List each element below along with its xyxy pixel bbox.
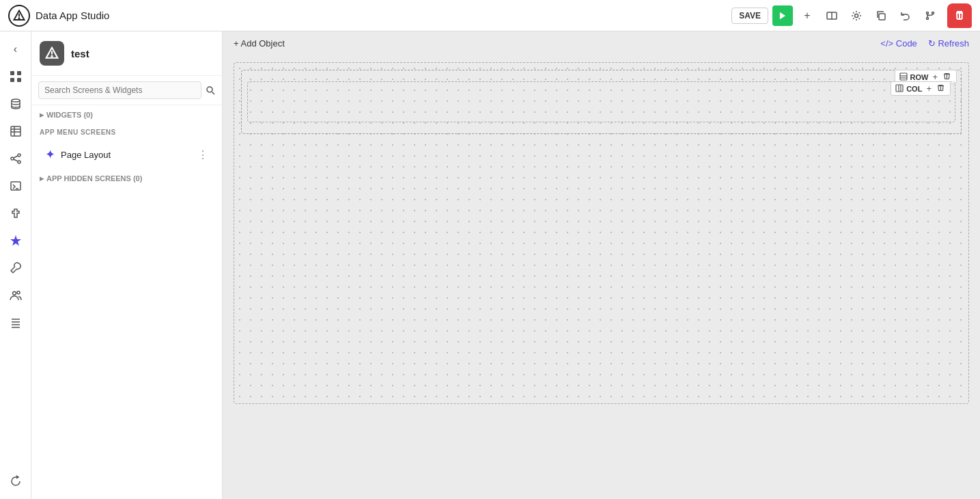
code-button[interactable]: </> Code (880, 38, 917, 49)
row-label: ROW (910, 73, 929, 81)
canvas-toolbar: + Add Object </> Code ↻ Refresh (223, 31, 980, 55)
app-title: Data App Studio (36, 10, 726, 21)
split-button[interactable] (822, 5, 842, 26)
list-sidebar-icon[interactable] (3, 310, 28, 335)
svg-point-39 (51, 56, 52, 57)
canvas-bg: ROW + (234, 62, 969, 404)
col-add-button[interactable]: + (925, 83, 933, 94)
svg-line-45 (944, 75, 945, 79)
refresh-sidebar-icon[interactable] (3, 469, 28, 494)
wrench-sidebar-icon[interactable] (3, 256, 28, 280)
more-options-icon[interactable]: ⋮ (197, 148, 208, 161)
svg-point-6 (855, 14, 858, 17)
app-icon (40, 41, 64, 66)
page-layout-item[interactable]: ✦ Page Layout ⋮ (36, 141, 218, 167)
svg-point-32 (17, 291, 20, 294)
topbar-actions: SAVE + (731, 3, 972, 28)
left-panel: test ▶ WIDGETS (0) APP MENU SCREENS ✦ Pa… (31, 31, 223, 499)
refresh-canvas-button[interactable]: ↻ Refresh (928, 38, 969, 49)
svg-point-8 (927, 12, 929, 14)
svg-line-41 (212, 92, 215, 95)
col-delete-button[interactable] (936, 83, 946, 94)
widgets-chevron-icon: ▶ (40, 112, 44, 118)
svg-rect-49 (896, 85, 903, 92)
svg-line-53 (943, 86, 944, 91)
hidden-screens-chevron-icon: ▶ (40, 176, 44, 182)
row-container: ROW + (241, 70, 962, 134)
settings-button[interactable] (846, 5, 867, 26)
svg-point-26 (18, 161, 20, 163)
col-container: COL + (247, 81, 955, 122)
svg-line-12 (957, 13, 957, 19)
database-sidebar-icon[interactable] (3, 92, 28, 116)
page-layout-icon: ✦ (45, 147, 55, 162)
svg-line-28 (14, 159, 18, 161)
canvas-scroll[interactable]: ROW + (223, 55, 980, 499)
svg-point-10 (932, 12, 934, 14)
share-sidebar-icon[interactable] (3, 146, 28, 171)
play-button[interactable] (772, 5, 793, 26)
col-label: COL (906, 85, 922, 93)
table-sidebar-icon[interactable] (3, 119, 28, 144)
row-add-button[interactable]: + (931, 72, 939, 82)
col-label-bar: COL + (891, 81, 951, 96)
search-row (31, 76, 222, 105)
app-header: test (31, 31, 222, 76)
svg-point-25 (11, 157, 14, 160)
star-sidebar-icon[interactable] (3, 228, 28, 253)
add-button[interactable]: + (797, 5, 817, 26)
svg-rect-15 (10, 71, 14, 75)
widgets-section[interactable]: ▶ WIDGETS (0) (31, 105, 222, 124)
svg-point-31 (12, 292, 16, 295)
users-sidebar-icon[interactable] (3, 283, 28, 308)
svg-line-46 (949, 75, 950, 79)
main-layout: ‹ (0, 31, 980, 499)
page-layout-label: Page Layout (61, 150, 192, 160)
svg-line-52 (938, 86, 939, 91)
icon-sidebar: ‹ (0, 31, 31, 499)
svg-point-40 (207, 87, 212, 92)
terminal-sidebar-icon[interactable] (3, 174, 28, 198)
svg-line-27 (14, 156, 18, 158)
save-button[interactable]: SAVE (731, 8, 768, 24)
app-name-label: test (71, 48, 89, 59)
hidden-screens-section[interactable]: ▶ APP HIDDEN SCREENS (0) (31, 169, 222, 188)
branch-button[interactable] (920, 5, 940, 26)
svg-rect-18 (17, 78, 21, 82)
undo-button[interactable] (895, 5, 916, 26)
back-button[interactable]: ‹ (3, 37, 28, 62)
plugin-sidebar-icon[interactable] (3, 201, 28, 226)
copy-button[interactable] (871, 5, 891, 26)
svg-rect-7 (879, 14, 885, 20)
app-menu-screens-label: APP MENU SCREENS (31, 124, 222, 140)
canvas-toolbar-right: </> Code ↻ Refresh (880, 38, 969, 49)
svg-point-19 (12, 99, 20, 102)
col-icon (895, 84, 904, 94)
canvas-area: + Add Object </> Code ↻ Refresh (223, 31, 980, 499)
svg-point-24 (18, 154, 20, 157)
svg-rect-20 (11, 126, 20, 136)
row-delete-button[interactable] (942, 72, 952, 82)
delete-shield-button[interactable] (947, 3, 972, 28)
apps-sidebar-icon[interactable] (3, 64, 28, 89)
svg-rect-16 (17, 71, 21, 75)
add-object-button[interactable]: + Add Object (234, 38, 285, 49)
search-input[interactable] (38, 81, 201, 99)
svg-marker-3 (780, 12, 785, 19)
app-logo (8, 5, 30, 27)
svg-point-2 (18, 18, 19, 18)
topbar: Data App Studio SAVE + (0, 0, 980, 31)
svg-rect-42 (900, 73, 907, 80)
svg-rect-17 (10, 78, 14, 82)
svg-point-9 (927, 17, 929, 19)
search-button[interactable] (206, 85, 215, 95)
row-icon (899, 72, 908, 82)
svg-line-13 (962, 13, 963, 19)
